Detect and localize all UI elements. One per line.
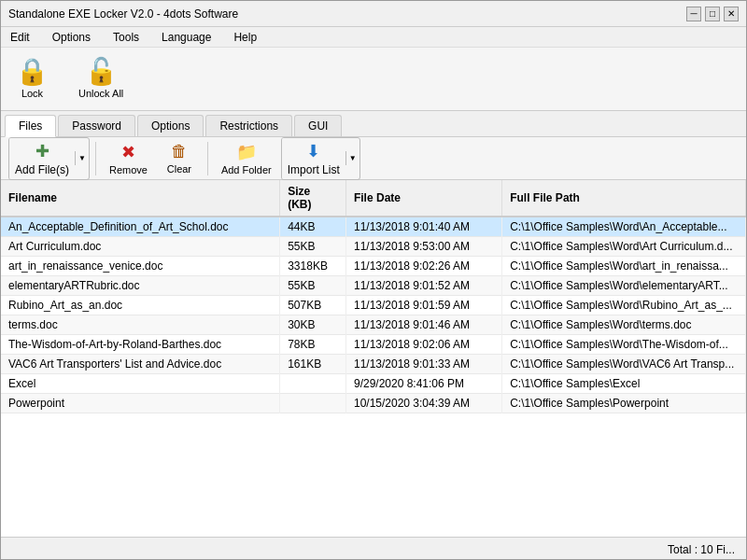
cell-path: C:\1\Office Samples\Word\VAC6 Art Transp… (502, 355, 746, 374)
add-folder-label: Add Folder (221, 164, 272, 175)
cell-size: 55KB (280, 237, 346, 257)
cell-size (280, 394, 346, 413)
cell-date: 11/13/2018 9:01:46 AM (345, 315, 501, 335)
title-bar-controls: ─ □ ✕ (686, 7, 739, 21)
clear-icon: 🗑 (171, 142, 188, 161)
table-row[interactable]: An_Acceptable_Definition_of_Art_Schol.do… (1, 217, 746, 237)
cell-path: C:\1\Office Samples\Excel (502, 374, 746, 394)
unlock-all-button[interactable]: 🔓 Unlock All (71, 55, 131, 103)
lock-label: Lock (21, 88, 43, 99)
cell-size: 44KB (280, 217, 346, 237)
tabs-container: Files Password Options Restrictions GUI (1, 111, 746, 137)
file-table: Filename Size(KB) File Date Full File Pa… (1, 180, 746, 413)
col-date: File Date (345, 180, 501, 217)
lock-button[interactable]: 🔒 Lock (8, 55, 56, 103)
table-row[interactable]: Powerpoint10/15/2020 3:04:39 AMC:\1\Offi… (1, 394, 746, 413)
clear-button[interactable]: 🗑 Clear (157, 139, 202, 177)
cell-size: 161KB (280, 355, 346, 374)
table-row[interactable]: Art Curriculum.doc55KB11/13/2018 9:53:00… (1, 237, 746, 257)
cell-path: C:\1\Office Samples\Word\art_in_renaissa… (502, 257, 746, 276)
table-header-row: Filename Size(KB) File Date Full File Pa… (1, 180, 746, 217)
separator-1 (95, 142, 96, 175)
add-files-main-button[interactable]: ✚ Add File(s) (9, 138, 75, 179)
unlock-label: Unlock All (78, 88, 123, 99)
clear-label: Clear (167, 163, 191, 175)
tab-gui[interactable]: GUI (294, 115, 342, 136)
menu-edit[interactable]: Edit (5, 29, 35, 46)
import-list-arrow-button[interactable]: ▼ (345, 151, 359, 165)
cell-date: 10/15/2020 3:04:39 AM (345, 394, 501, 413)
main-toolbar: 🔒 Lock 🔓 Unlock All (1, 48, 746, 111)
import-list-split-button: ⬇ Import List ▼ (281, 137, 360, 180)
table-row[interactable]: Rubino_Art_as_an.doc507KB11/13/2018 9:01… (1, 296, 746, 315)
cell-path: C:\1\Office Samples\Word\An_Acceptable..… (502, 217, 746, 237)
import-list-icon: ⬇ (306, 141, 320, 161)
cell-filename: Excel (1, 374, 280, 394)
title-bar: Standalone EXE Locker V2.0 - 4dots Softw… (1, 1, 746, 27)
sub-toolbar: ✚ Add File(s) ▼ ✖ Remove 🗑 Clear 📁 Add F… (1, 137, 746, 180)
cell-path: C:\1\Office Samples\Word\The-Wisdom-of..… (502, 335, 746, 355)
cell-date: 11/13/2018 9:02:26 AM (345, 257, 501, 276)
cell-path: C:\1\Office Samples\Word\terms.doc (502, 315, 746, 335)
import-list-arrow-icon: ▼ (349, 154, 357, 162)
maximize-button[interactable]: □ (705, 7, 720, 21)
import-list-label: Import List (288, 163, 340, 176)
menu-options[interactable]: Options (47, 29, 96, 46)
cell-path: C:\1\Office Samples\Powerpoint (502, 394, 746, 413)
table-row[interactable]: The-Wisdom-of-Art-by-Roland-Barthes.doc7… (1, 335, 746, 355)
col-filename: Filename (1, 180, 280, 217)
remove-icon: ✖ (121, 142, 135, 162)
tab-restrictions[interactable]: Restrictions (205, 115, 292, 136)
cell-filename: elementaryARTRubric.doc (1, 276, 280, 296)
cell-filename: Rubino_Art_as_an.doc (1, 296, 280, 315)
cell-date: 11/13/2018 9:02:06 AM (345, 335, 501, 355)
cell-path: C:\1\Office Samples\Word\elementaryART..… (502, 276, 746, 296)
table-row[interactable]: VAC6 Art Transporters' List and Advice.d… (1, 355, 746, 374)
tab-password[interactable]: Password (58, 115, 135, 136)
cell-filename: Art Curriculum.doc (1, 237, 280, 257)
cell-date: 11/13/2018 9:01:40 AM (345, 217, 501, 237)
cell-size: 30KB (280, 315, 346, 335)
menu-language[interactable]: Language (156, 29, 217, 46)
cell-filename: Powerpoint (1, 394, 280, 413)
remove-label: Remove (109, 164, 148, 175)
cell-path: C:\1\Office Samples\Word\Rubino_Art_as_.… (502, 296, 746, 315)
menu-help[interactable]: Help (228, 29, 262, 46)
import-list-main-button[interactable]: ⬇ Import List (282, 138, 345, 179)
title-bar-text: Standalone EXE Locker V2.0 - 4dots Softw… (8, 7, 238, 21)
status-bar: Total : 10 Fi... (1, 537, 746, 560)
cell-filename: terms.doc (1, 315, 280, 335)
add-files-icon: ✚ (35, 141, 49, 161)
remove-button[interactable]: ✖ Remove (102, 139, 155, 178)
lock-icon: 🔒 (16, 59, 49, 85)
close-button[interactable]: ✕ (724, 7, 739, 21)
cell-size: 78KB (280, 335, 346, 355)
cell-date: 9/29/2020 8:41:06 PM (345, 374, 501, 394)
cell-filename: art_in_renaissance_venice.doc (1, 257, 280, 276)
add-files-label: Add File(s) (15, 163, 69, 176)
tab-options[interactable]: Options (137, 115, 204, 136)
file-table-container[interactable]: Filename Size(KB) File Date Full File Pa… (1, 180, 746, 537)
cell-size (280, 374, 346, 394)
col-size: Size(KB) (280, 180, 346, 217)
table-row[interactable]: art_in_renaissance_venice.doc3318KB11/13… (1, 257, 746, 276)
cell-date: 11/13/2018 9:01:33 AM (345, 355, 501, 374)
cell-size: 507KB (280, 296, 346, 315)
cell-size: 55KB (280, 276, 346, 296)
table-row[interactable]: Excel9/29/2020 8:41:06 PMC:\1\Office Sam… (1, 374, 746, 394)
cell-date: 11/13/2018 9:53:00 AM (345, 237, 501, 257)
table-row[interactable]: terms.doc30KB11/13/2018 9:01:46 AMC:\1\O… (1, 315, 746, 335)
menu-tools[interactable]: Tools (107, 29, 145, 46)
menu-bar: Edit Options Tools Language Help (1, 27, 746, 48)
minimize-button[interactable]: ─ (686, 7, 701, 21)
add-files-arrow-button[interactable]: ▼ (75, 151, 89, 165)
cell-filename: VAC6 Art Transporters' List and Advice.d… (1, 355, 280, 374)
cell-size: 3318KB (280, 257, 346, 276)
cell-filename: The-Wisdom-of-Art-by-Roland-Barthes.doc (1, 335, 280, 355)
add-folder-button[interactable]: 📁 Add Folder (214, 139, 279, 178)
cell-filename: An_Acceptable_Definition_of_Art_Schol.do… (1, 217, 280, 237)
table-row[interactable]: elementaryARTRubric.doc55KB11/13/2018 9:… (1, 276, 746, 296)
unlock-icon: 🔓 (85, 59, 118, 85)
separator-2 (207, 142, 208, 175)
tab-files[interactable]: Files (5, 115, 56, 137)
